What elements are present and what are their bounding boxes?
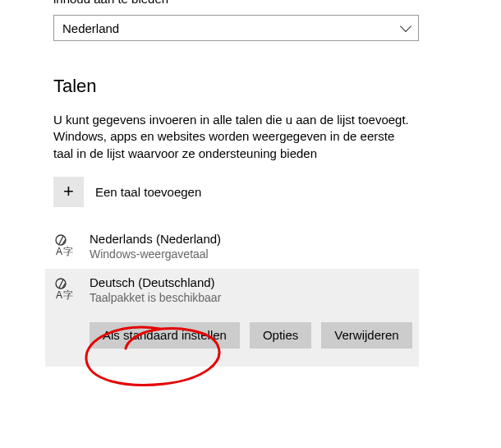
chevron-down-icon: [400, 21, 411, 32]
add-language-label: Een taal toevoegen: [95, 185, 201, 199]
language-subtext: Taalpakket is beschikbaar: [90, 291, 412, 304]
language-icon: A 字: [53, 233, 78, 259]
language-icon: A 字: [53, 277, 78, 303]
language-item-nl[interactable]: A 字 Nederlands (Nederland) Windows-weerg…: [53, 225, 419, 269]
section-description: U kunt gegevens invoeren in alle talen d…: [53, 112, 415, 162]
svg-text:A: A: [56, 289, 62, 300]
svg-text:A: A: [56, 246, 62, 256]
language-name: Nederlands (Nederland): [90, 232, 221, 246]
svg-text:字: 字: [63, 246, 73, 256]
section-heading-languages: Talen: [53, 76, 501, 97]
set-default-button[interactable]: Als standaard instellen: [90, 322, 240, 349]
options-button[interactable]: Opties: [250, 322, 311, 349]
language-name: Deutsch (Deutschland): [90, 275, 412, 289]
truncated-previous-text: inhoud aan te bieden: [53, 0, 501, 8]
add-language-button[interactable]: + Een taal toevoegen: [53, 177, 501, 207]
language-subtext: Windows-weergavetaal: [90, 247, 221, 261]
plus-icon: +: [53, 177, 84, 207]
region-select[interactable]: Nederland: [53, 15, 419, 41]
remove-button[interactable]: Verwijderen: [321, 322, 411, 349]
svg-text:字: 字: [63, 289, 73, 300]
language-item-de[interactable]: A 字 Deutsch (Deutschland) Taalpakket is …: [45, 269, 419, 367]
region-select-value: Nederland: [62, 21, 119, 35]
